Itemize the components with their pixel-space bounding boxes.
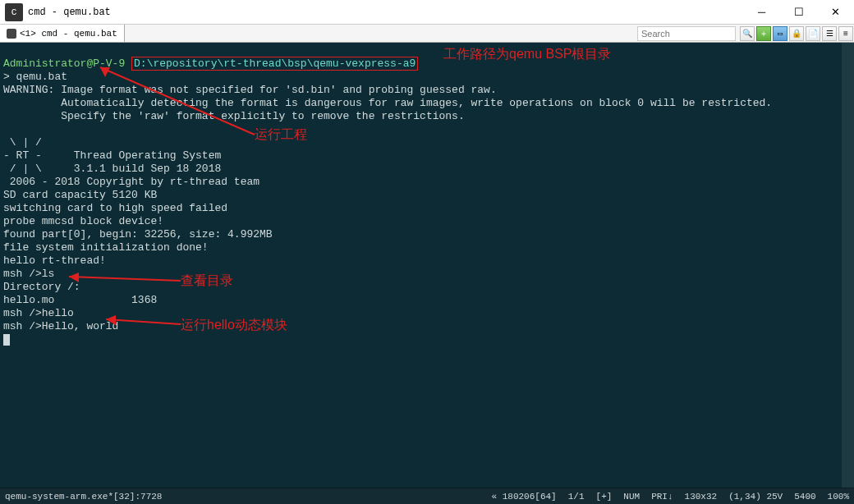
term-line: hello.mo 1368	[3, 294, 157, 306]
scrollbar[interactable]	[842, 43, 854, 488]
tab-cmd-qemu[interactable]: <1> cmd - qemu.bat	[0, 25, 125, 42]
term-line: probe mmcsd block device!	[3, 215, 163, 227]
status-pri: PRI↓	[651, 492, 673, 502]
term-line: msh />Hello, world	[3, 320, 118, 332]
minimize-button[interactable]: ─	[743, 0, 780, 25]
term-line: file system initialization done!	[3, 241, 209, 254]
term-line: SD card capacity 5120 KB	[3, 189, 157, 201]
new-tab-button[interactable]: ＋	[756, 26, 771, 41]
statusbar: qemu-system-arm.exe*[32]:7728 « 180206[6…	[0, 488, 854, 504]
maximize-button[interactable]: ☐	[780, 0, 817, 25]
svg-line-2	[69, 277, 181, 281]
lock-button[interactable]: 🔒	[789, 26, 804, 41]
terminal-icon	[7, 29, 16, 39]
close-button[interactable]: ✕	[817, 0, 854, 25]
term-line: Automatically detecting the format is da…	[3, 97, 772, 109]
term-line: found part[0], begin: 32256, size: 4.992…	[3, 228, 273, 241]
term-line: Directory /:	[3, 281, 80, 293]
search-input[interactable]	[637, 26, 736, 41]
status-zoom: 100%	[828, 492, 849, 502]
status-cursor: (1,34) 25V	[728, 492, 783, 502]
terminal-output[interactable]: Administrator@P-V-9 D:\repository\rt-thr…	[0, 43, 854, 488]
annotation-run-hello: 运行hello动态模块	[181, 318, 287, 332]
prompt-path: D:\repository\rt-thread\bsp\qemu-vexpres…	[131, 57, 418, 71]
windows-button[interactable]: ▭	[773, 26, 787, 41]
cursor	[3, 334, 10, 346]
term-line: Specify the 'raw' format explicitly to r…	[3, 110, 465, 122]
list-button[interactable]: ☰	[822, 26, 837, 41]
status-process: qemu-system-arm.exe*[32]:7728	[5, 492, 162, 502]
status-encoding: « 180206[64]	[492, 492, 557, 502]
term-line: / | \ 3.1.1 build Sep 18 2018	[3, 163, 221, 175]
term-line: msh />hello	[3, 307, 74, 319]
copy-button[interactable]: 📄	[806, 26, 820, 41]
term-line: switching card to high speed failed	[3, 202, 227, 214]
titlebar: C cmd - qemu.bat ─ ☐ ✕	[0, 0, 854, 25]
term-line: msh />ls	[3, 268, 54, 280]
term-line: WARNING: Image format was not specified …	[3, 84, 497, 96]
term-line: 2006 - 2018 Copyright by rt-thread team	[3, 176, 259, 188]
status-page: 1/1	[568, 492, 585, 502]
annotation-workdir: 工作路径为qemu BSP根目录	[443, 48, 611, 61]
term-line: hello rt-thread!	[3, 254, 106, 267]
status-delay: 5400	[794, 492, 815, 502]
term-line: > qemu.bat	[3, 71, 67, 83]
menu-button[interactable]: ≡	[838, 26, 853, 41]
annotation-ls: 查看目录	[181, 274, 233, 287]
term-line: \ | /	[3, 136, 42, 149]
window-title: cmd - qemu.bat	[28, 7, 111, 18]
search-button[interactable]: 🔍	[740, 26, 755, 41]
status-num: NUM	[623, 492, 640, 502]
tab-label: <1> cmd - qemu.bat	[20, 29, 117, 39]
status-plus: [+]	[596, 492, 613, 502]
term-line: - RT - Thread Operating System	[3, 149, 221, 162]
annotation-run-project: 运行工程	[255, 128, 307, 141]
status-size: 130x32	[685, 492, 718, 502]
tabbar: <1> cmd - qemu.bat 🔍 ＋ ▭ 🔒 📄 ☰ ≡	[0, 25, 854, 43]
app-icon: C	[5, 3, 23, 21]
prompt-user: Administrator@P-V-9	[3, 57, 131, 70]
